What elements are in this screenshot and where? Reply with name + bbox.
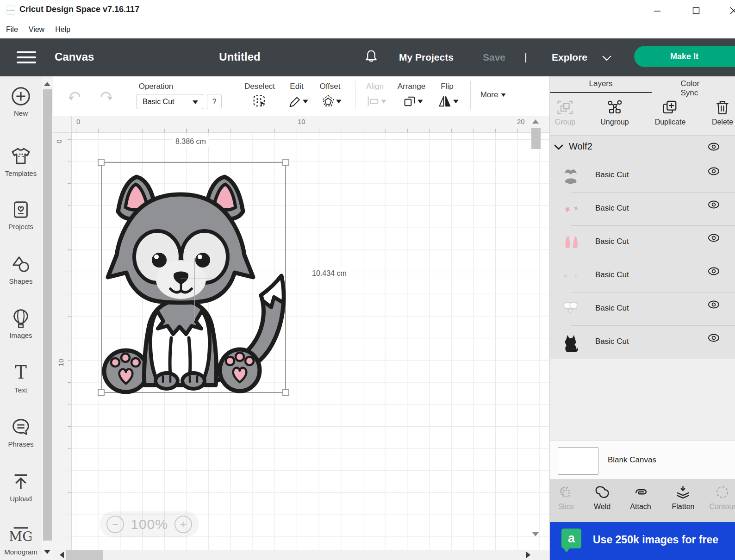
- layer-row-4[interactable]: Basic Cut: [550, 259, 735, 292]
- weld-button[interactable]: Weld: [594, 485, 610, 511]
- sidebar-scroll-up-icon[interactable]: [44, 82, 50, 86]
- flip-button[interactable]: [438, 94, 460, 109]
- layer-thumb-black-wolf-silhouette: [563, 333, 579, 352]
- deselect-button[interactable]: [252, 94, 267, 109]
- sidebar-item-new[interactable]: New: [0, 86, 42, 117]
- close-button[interactable]: [723, 0, 735, 21]
- group-visibility-eye-icon[interactable]: [707, 142, 720, 151]
- layer-group-name[interactable]: Wolf2: [569, 141, 592, 152]
- canvas-scroll-right-icon[interactable]: [526, 552, 530, 558]
- text-t-icon: T: [10, 362, 31, 384]
- ungroup-button[interactable]: Ungroup: [600, 100, 629, 126]
- redo-icon[interactable]: [98, 89, 113, 103]
- layer-row-5[interactable]: Basic Cut: [550, 292, 735, 325]
- sidebar-item-projects[interactable]: Projects: [0, 199, 42, 230]
- layer-visibility-eye-icon[interactable]: [707, 200, 720, 209]
- ungroup-icon: [606, 100, 623, 115]
- more-menu[interactable]: More: [480, 90, 506, 100]
- sidebar-item-monogram[interactable]: MG Monogram: [0, 524, 42, 556]
- flatten-button[interactable]: Flatten: [672, 485, 695, 511]
- layer-visibility-eye-icon[interactable]: [707, 167, 720, 176]
- selection-bounding-box[interactable]: [101, 162, 286, 393]
- sidebar-scrollbar[interactable]: [42, 76, 53, 560]
- canvas-hscrollbar[interactable]: [53, 550, 549, 560]
- panel-tabs: Layers Color Sync: [550, 76, 735, 93]
- canvas-scroll-left-icon[interactable]: [60, 552, 64, 558]
- vruler-0: 0: [55, 139, 63, 143]
- sidebar-item-templates[interactable]: Templates: [0, 145, 42, 177]
- chevron-down-icon[interactable]: [554, 143, 564, 151]
- layer-row-6[interactable]: Basic Cut: [550, 325, 735, 359]
- resize-handle-bottom-left[interactable]: [98, 389, 105, 396]
- sidebar-scrollbar-thumb[interactable]: [43, 89, 52, 541]
- layer-row-3[interactable]: Basic Cut: [550, 225, 735, 259]
- resize-handle-bottom-right[interactable]: [282, 389, 289, 396]
- explore-menu[interactable]: Explore: [552, 52, 587, 63]
- sidebar-item-upload[interactable]: Upload: [0, 471, 42, 503]
- menu-view[interactable]: View: [29, 25, 49, 34]
- delete-button[interactable]: Delete: [712, 100, 733, 126]
- minimize-button[interactable]: [647, 0, 668, 21]
- canvas-scroll-up-icon[interactable]: [532, 119, 539, 124]
- selection-height-label: 10.434 cm: [309, 268, 349, 279]
- tab-layers[interactable]: Layers: [589, 79, 612, 88]
- flip-label: Flip: [441, 82, 453, 91]
- resize-handle-top-right[interactable]: [282, 159, 289, 166]
- save-link-disabled: Save: [483, 52, 505, 63]
- layer-thumb-pink-ears: [563, 233, 579, 252]
- layer-visibility-eye-icon[interactable]: [707, 300, 720, 309]
- explore-chevron-down-icon[interactable]: [602, 55, 612, 62]
- canvas-scroll-down-icon[interactable]: [532, 532, 539, 536]
- arrange-button[interactable]: [403, 94, 424, 109]
- layer-visibility-eye-icon[interactable]: [707, 233, 720, 243]
- header-divider: |: [524, 51, 527, 63]
- menu-file[interactable]: File: [6, 25, 23, 34]
- make-it-button[interactable]: Make It: [634, 46, 735, 67]
- edit-button[interactable]: [288, 94, 309, 109]
- crosshair-vertical: [194, 258, 195, 321]
- design-canvas[interactable]: 8.386 cm 10.434 cm − 100% +: [72, 133, 549, 560]
- layer-row-2[interactable]: Basic Cut: [550, 192, 735, 225]
- blank-canvas-row[interactable]: Blank Canvas: [550, 441, 735, 479]
- hot-air-balloon-icon: [10, 308, 31, 329]
- menu-help[interactable]: Help: [55, 25, 75, 34]
- layer-list: Wolf2 Basic Cut Basic Cut: [550, 135, 735, 359]
- duplicate-button[interactable]: Duplicate: [655, 100, 686, 126]
- hamburger-menu-icon[interactable]: [17, 51, 36, 63]
- layer-visibility-eye-icon[interactable]: [707, 267, 720, 276]
- crosshair-horizontal: [181, 279, 215, 279]
- shapes-icon: [10, 254, 31, 275]
- canvas-column: Operation Basic Cut ? Deselect Edit Offs…: [53, 76, 549, 560]
- operation-help-button[interactable]: ?: [207, 94, 222, 109]
- layer-group-row[interactable]: Wolf2: [550, 136, 735, 159]
- zoom-in-button[interactable]: +: [174, 516, 192, 533]
- notifications-bell-icon[interactable]: [364, 49, 379, 65]
- layer-thumb-gray-parts: [563, 167, 579, 185]
- monogram-icon: MG: [10, 524, 31, 546]
- layer-row-1[interactable]: Basic Cut: [550, 159, 735, 192]
- horizontal-ruler: 0 10 20: [72, 116, 549, 133]
- selection-width-label: 8.386 cm: [173, 137, 209, 147]
- zoom-out-button[interactable]: −: [106, 516, 124, 533]
- offset-button[interactable]: [321, 94, 343, 109]
- maximize-button[interactable]: [685, 0, 707, 21]
- slice-icon: [558, 485, 574, 500]
- sidebar-item-phrases[interactable]: Phrases: [0, 417, 42, 448]
- operation-dropdown[interactable]: Basic Cut: [137, 94, 203, 109]
- undo-icon[interactable]: [68, 89, 83, 103]
- align-label: Align: [366, 82, 384, 91]
- promo-banner[interactable]: a Use 250k images for free: [550, 522, 735, 560]
- sidebar-item-text[interactable]: T Text: [0, 362, 42, 394]
- sidebar-scroll-down-icon[interactable]: [44, 550, 50, 554]
- resize-handle-top-left[interactable]: [98, 159, 105, 166]
- my-projects-link[interactable]: My Projects: [399, 52, 454, 63]
- project-title[interactable]: Untitled: [219, 50, 260, 63]
- sidebar-item-shapes[interactable]: Shapes: [0, 254, 42, 285]
- attach-paperclip-icon: [632, 485, 649, 500]
- canvas-vscrollbar-thumb[interactable]: [531, 128, 541, 149]
- sidebar-item-images[interactable]: Images: [0, 308, 42, 339]
- layer-visibility-eye-icon[interactable]: [707, 333, 720, 342]
- canvas-hscrollbar-thumb[interactable]: [66, 550, 103, 560]
- title-bar: cricut Cricut Design Space v7.16.117: [0, 0, 735, 21]
- attach-button[interactable]: Attach: [630, 485, 651, 511]
